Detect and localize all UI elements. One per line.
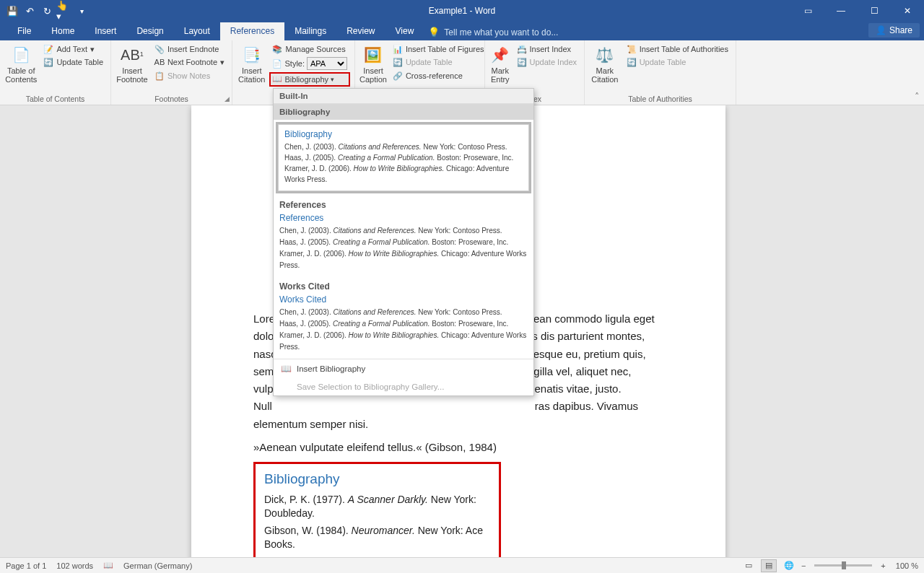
gallery-header-builtin: Built-In: [274, 89, 533, 104]
gallery-option-works-cited[interactable]: Works Cited Works Cited Chen, J. (2003).…: [274, 277, 533, 359]
update-toa-icon: 🔄: [627, 57, 637, 67]
chevron-down-icon: ▾: [331, 76, 334, 83]
save-icon[interactable]: 💾: [4, 3, 20, 19]
insert-tof-button[interactable]: 📊Insert Table of Figures: [390, 43, 487, 55]
endnote-icon: 📎: [154, 44, 165, 54]
ribbon-display-options-icon[interactable]: ▭: [791, 0, 824, 22]
share-icon: 👤: [876, 25, 886, 35]
update-toa-button[interactable]: 🔄Update Table: [624, 56, 731, 68]
language-indicator[interactable]: German (Germany): [123, 561, 192, 570]
tab-layout[interactable]: Layout: [174, 22, 220, 40]
insert-caption-button[interactable]: 🖼️ Insert Caption: [359, 43, 387, 84]
collapse-ribbon-icon[interactable]: ˄: [915, 91, 920, 102]
manage-sources-icon: 📚: [272, 44, 282, 54]
update-index-button[interactable]: 🔄Update Index: [514, 56, 580, 68]
insert-footnote-button[interactable]: AB1 Insert Footnote: [116, 43, 149, 84]
update-index-icon: 🔄: [517, 57, 527, 67]
save-selection-action: Save Selection to Bibliography Gallery..…: [274, 378, 533, 395]
toc-icon: 📄: [11, 45, 31, 65]
bulb-icon: 💡: [428, 27, 440, 38]
mark-entry-icon: 📌: [490, 45, 510, 65]
tell-me-search[interactable]: 💡 Tell me what you want to do...: [428, 24, 558, 40]
style-icon: 📄: [272, 58, 282, 69]
share-button[interactable]: 👤 Share: [868, 23, 920, 38]
citation-icon: 📑: [242, 45, 262, 65]
proofing-icon[interactable]: 📖: [103, 561, 113, 570]
update-icon: 🔄: [43, 57, 53, 67]
insert-endnote-button[interactable]: 📎Insert Endnote: [152, 43, 227, 55]
tof-icon: 📊: [393, 44, 403, 54]
print-layout-button[interactable]: ▤: [761, 559, 777, 572]
bibliography-block[interactable]: Bibliography Dick, P. K. (1977). A Scann…: [253, 462, 501, 557]
page-indicator[interactable]: Page 1 of 1: [6, 561, 46, 570]
zoom-in-button[interactable]: +: [881, 561, 885, 570]
read-mode-button[interactable]: ▭: [741, 559, 757, 572]
group-footnotes: AB1 Insert Footnote 📎Insert Endnote ABNe…: [111, 40, 232, 105]
crossref-icon: 🔗: [393, 71, 403, 81]
qat-customize-icon[interactable]: ▾: [74, 3, 90, 19]
footnote-icon: AB1: [122, 45, 142, 65]
close-button[interactable]: ✕: [891, 0, 924, 22]
ribbon-tabs: File Home Insert Design Layout Reference…: [0, 22, 924, 40]
gallery-footer: 📖 Insert Bibliography Save Selection to …: [274, 359, 533, 395]
update-toc-button[interactable]: 🔄Update Table: [40, 56, 106, 68]
manage-sources-button[interactable]: 📚Manage Sources: [269, 43, 350, 55]
next-footnote-button[interactable]: ABNext Footnote ▾: [152, 56, 227, 68]
window-title: Example1 - Word: [429, 6, 495, 16]
word-count[interactable]: 102 words: [56, 561, 93, 570]
title-bar: 💾 ↶ ↻ 👆▾ ▾ Example1 - Word ▭ — ☐ ✕: [0, 0, 924, 22]
zoom-out-button[interactable]: −: [801, 561, 806, 570]
tab-view[interactable]: View: [385, 22, 424, 40]
add-text-button[interactable]: 📝Add Text ▾: [40, 43, 106, 55]
insert-toa-button[interactable]: 📜Insert Table of Authorities: [624, 43, 731, 55]
tab-insert[interactable]: Insert: [84, 22, 126, 40]
web-layout-button[interactable]: 🌐: [781, 559, 797, 572]
zoom-level[interactable]: 100 %: [896, 561, 918, 570]
update-tof-button[interactable]: 🔄Update Table: [390, 56, 487, 68]
undo-icon[interactable]: ↶: [22, 3, 38, 19]
maximize-button[interactable]: ☐: [858, 0, 891, 22]
insert-index-icon: 📇: [517, 44, 527, 54]
insert-bibliography-action[interactable]: 📖 Insert Bibliography: [274, 359, 533, 378]
status-bar: Page 1 of 1 102 words 📖 German (Germany)…: [0, 557, 924, 573]
footnotes-dialog-launcher[interactable]: ◢: [225, 95, 230, 102]
tab-home[interactable]: Home: [41, 22, 84, 40]
tab-references[interactable]: References: [220, 22, 284, 40]
redo-icon[interactable]: ↻: [39, 3, 55, 19]
bibliography-gallery: Built-In Bibliography Bibliography Chen,…: [273, 88, 534, 396]
style-dropdown[interactable]: APA: [307, 57, 347, 70]
insert-index-button[interactable]: 📇Insert Index: [514, 43, 580, 55]
toa-icon: 📜: [627, 44, 637, 54]
mark-citation-icon: ⚖️: [595, 45, 615, 65]
insert-citation-button[interactable]: 📑 Insert Citation: [237, 43, 266, 84]
quick-access-toolbar: 💾 ↶ ↻ 👆▾ ▾: [0, 0, 90, 22]
bibliography-button[interactable]: 📖 Bibliography ▾: [269, 72, 350, 87]
group-toc: 📄 Table of Contents 📝Add Text ▾ 🔄Update …: [0, 40, 111, 105]
touch-mode-icon[interactable]: 👆▾: [56, 3, 72, 19]
show-notes-button[interactable]: 📋Show Notes: [152, 70, 227, 82]
gallery-option-references[interactable]: References References Chen, J. (2003). C…: [274, 196, 533, 277]
insert-bib-icon: 📖: [281, 364, 291, 374]
gallery-option-bibliography[interactable]: Bibliography Chen, J. (2003). Citations …: [278, 124, 529, 191]
gallery-section-bibliography: Bibliography: [274, 104, 533, 120]
citation-style-select[interactable]: 📄 Style: APA: [269, 56, 350, 71]
next-footnote-icon: AB: [154, 57, 165, 67]
cross-reference-button[interactable]: 🔗Cross-reference: [390, 70, 487, 82]
tab-mailings[interactable]: Mailings: [284, 22, 336, 40]
toc-button[interactable]: 📄 Table of Contents: [4, 43, 38, 84]
tab-file[interactable]: File: [7, 22, 41, 40]
mark-citation-button[interactable]: ⚖️ Mark Citation: [589, 43, 621, 84]
update-tof-icon: 🔄: [393, 57, 403, 67]
mark-entry-button[interactable]: 📌 Mark Entry: [489, 43, 511, 84]
zoom-handle[interactable]: [842, 561, 846, 569]
zoom-slider[interactable]: [814, 564, 872, 567]
minimize-button[interactable]: —: [824, 0, 858, 22]
caption-icon: 🖼️: [363, 45, 383, 65]
tab-review[interactable]: Review: [336, 22, 385, 40]
tab-design[interactable]: Design: [126, 22, 173, 40]
add-text-icon: 📝: [43, 44, 53, 54]
bibliography-icon: 📖: [272, 74, 282, 84]
show-notes-icon: 📋: [154, 71, 165, 81]
group-toa: ⚖️ Mark Citation 📜Insert Table of Author…: [585, 40, 736, 105]
